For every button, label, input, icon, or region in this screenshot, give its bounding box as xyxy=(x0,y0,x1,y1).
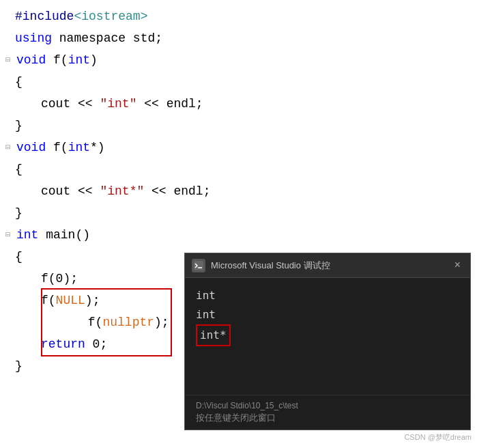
include-iostream: <iostream> xyxy=(74,5,147,27)
fold-marker-2[interactable]: ⊟ xyxy=(5,137,15,158)
code-line-int-main: ⊟ int main() xyxy=(0,224,477,246)
code-line-void-f-int: ⊟ void f(int) xyxy=(0,49,477,71)
fold-indicator-6 xyxy=(5,115,15,137)
code-line-cout2: cout << "int*" << endl; xyxy=(0,180,477,202)
endl1: << endl; xyxy=(136,93,203,115)
brace1-open: { xyxy=(15,71,23,93)
f-zero: f(0); xyxy=(41,268,78,290)
modal-close-button[interactable]: × xyxy=(451,260,463,272)
kw-int-1: int xyxy=(68,49,90,71)
brace3-open: { xyxy=(15,246,23,268)
endl2: << endl; xyxy=(144,180,210,202)
fold-indicator-2 xyxy=(5,27,15,49)
modal-footer: D:\Viscul Stdio\10_15_c\test 按任意键关闭此窗口 xyxy=(185,395,470,430)
output-line-1: int xyxy=(196,286,459,305)
kw-void-1: void xyxy=(16,49,46,71)
modal-title-text: Microsoft Visual Studio 调试控 xyxy=(211,260,451,272)
f-intp-sig: f( xyxy=(46,137,68,158)
kw-int-2: int xyxy=(68,137,90,158)
keyword-include: #include xyxy=(15,5,74,27)
modal-titlebar: Microsoft Visual Studio 调试控 × xyxy=(185,253,470,278)
modal-footer-hint: 按任意键关闭此窗口 xyxy=(196,412,459,424)
code-line-void-f-intp: ⊟ void f(int*) xyxy=(0,137,477,158)
terminal-icon xyxy=(192,259,205,272)
debug-modal: Microsoft Visual Studio 调试控 × int int in… xyxy=(184,253,471,430)
f-nullptr-prefix: f( xyxy=(88,316,103,329)
fold-indicator-8 xyxy=(5,158,15,180)
brace2-close: } xyxy=(15,202,23,224)
output-line-2: int xyxy=(196,305,459,324)
fold-indicator-12 xyxy=(5,246,15,268)
code-line-brace2-close: } xyxy=(0,202,477,224)
return-zero: 0; xyxy=(85,333,107,355)
brace1-close: } xyxy=(15,115,23,137)
output-highlight-intp: int* xyxy=(196,324,231,346)
main-sig: main() xyxy=(38,224,90,246)
fold-indicator xyxy=(5,5,15,27)
f-nullptr-suffix: ); xyxy=(154,316,169,329)
code-line-include: #include<iostream> xyxy=(0,5,477,27)
nullptr-value: nullptr xyxy=(102,316,154,329)
str-int: "int" xyxy=(100,93,136,115)
kw-void-2: void xyxy=(16,137,46,158)
str-intp: "int*" xyxy=(100,180,144,202)
fold-marker-3[interactable]: ⊟ xyxy=(5,224,15,246)
modal-footer-path: D:\Viscul Stdio\10_15_c\test xyxy=(196,401,459,410)
modal-body: int int int* xyxy=(185,278,470,395)
f-intp-close: *) xyxy=(90,137,105,158)
kw-int-main: int xyxy=(16,224,38,246)
f-int-sig: f( xyxy=(46,49,68,71)
code-line-brace2-open: { xyxy=(0,158,477,180)
kw-using: using xyxy=(15,27,52,49)
code-line-brace1-close: } xyxy=(0,115,477,137)
watermark: CSDN @梦呓dream xyxy=(404,432,472,443)
brace3-close: } xyxy=(15,355,23,377)
fold-indicator-10 xyxy=(5,202,15,224)
fold-marker-1[interactable]: ⊟ xyxy=(5,49,15,71)
fold-indicator-17 xyxy=(5,355,15,377)
cout2: cout << xyxy=(41,180,100,202)
code-line-cout1: cout << "int" << endl; xyxy=(0,93,477,115)
code-line-brace1-open: { xyxy=(0,71,477,93)
cout1: cout << xyxy=(41,93,100,115)
namespace-std: namespace std; xyxy=(52,27,162,49)
code-editor: #include<iostream> using namespace std; … xyxy=(0,0,477,448)
kw-return: return xyxy=(41,333,85,355)
code-line-using: using namespace std; xyxy=(0,27,477,49)
fold-indicator-4 xyxy=(5,71,15,93)
f-int-close: ) xyxy=(90,49,98,71)
svg-rect-0 xyxy=(194,261,203,270)
brace2-open: { xyxy=(15,158,23,180)
output-line-3: int* xyxy=(196,324,459,346)
